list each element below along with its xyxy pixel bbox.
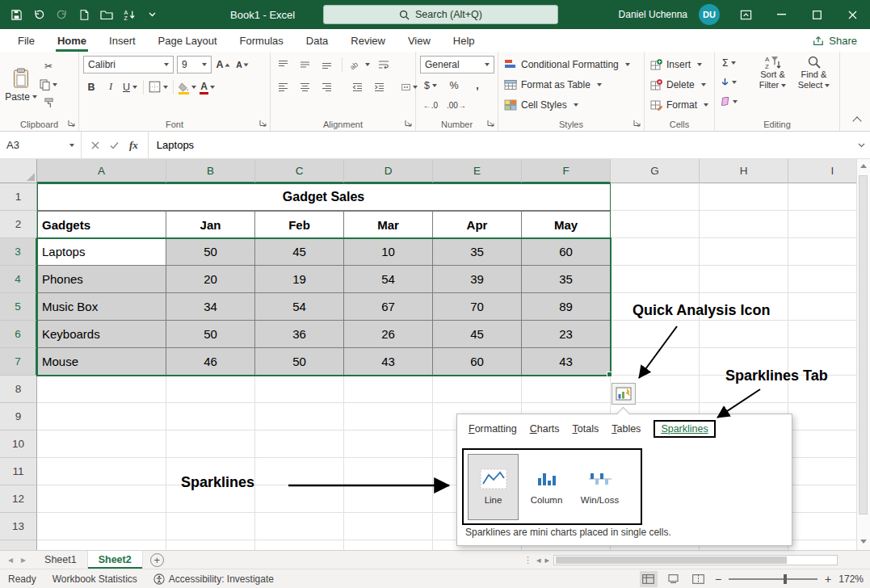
cell-H2[interactable] bbox=[700, 211, 788, 238]
qa-tab-formatting[interactable]: Formatting bbox=[469, 423, 517, 435]
cell-D3[interactable]: 10 bbox=[344, 238, 433, 266]
align-right-icon[interactable] bbox=[318, 78, 334, 95]
row-header-14[interactable] bbox=[0, 540, 37, 550]
cell-A6[interactable]: Keyboards bbox=[37, 321, 166, 348]
vertical-scroll-thumb[interactable] bbox=[859, 175, 868, 514]
cell-H3[interactable] bbox=[700, 238, 788, 266]
font-size-select[interactable]: 9 bbox=[177, 56, 212, 74]
format-cells-button[interactable]: Format bbox=[647, 94, 712, 115]
cell-I4[interactable] bbox=[788, 266, 856, 293]
customize-qat-chevron-icon[interactable] bbox=[145, 8, 158, 21]
cell-D14[interactable] bbox=[344, 540, 433, 550]
cell-D12[interactable] bbox=[344, 485, 433, 513]
cell-C9[interactable] bbox=[255, 403, 344, 430]
fill-button[interactable] bbox=[720, 74, 738, 90]
cell-B6[interactable]: 50 bbox=[166, 321, 255, 348]
row-header-9[interactable]: 9 bbox=[0, 403, 37, 430]
qa-option-win-loss[interactable]: Win/Loss bbox=[574, 454, 625, 520]
cell-A14[interactable] bbox=[37, 540, 166, 550]
cell-F5[interactable]: 89 bbox=[522, 293, 611, 321]
row-header-3[interactable]: 3 bbox=[0, 238, 37, 266]
close-button[interactable] bbox=[834, 0, 870, 29]
cell-B7[interactable]: 46 bbox=[166, 348, 255, 376]
cell-G3[interactable] bbox=[611, 238, 700, 266]
undo-icon[interactable] bbox=[32, 8, 45, 21]
user-name[interactable]: Daniel Uchenna bbox=[619, 9, 687, 20]
ribbon-tab-file[interactable]: File bbox=[6, 29, 46, 52]
normal-view-icon[interactable] bbox=[640, 571, 658, 587]
qa-tab-sparklines[interactable]: Sparklines bbox=[654, 420, 715, 438]
cell-A9[interactable] bbox=[37, 403, 166, 430]
qa-tab-tables[interactable]: Tables bbox=[612, 423, 641, 435]
row-header-10[interactable]: 10 bbox=[0, 430, 37, 458]
cell-H6[interactable] bbox=[700, 321, 788, 348]
insert-function-icon[interactable]: fx bbox=[129, 139, 138, 152]
row-header-13[interactable]: 13 bbox=[0, 513, 37, 540]
find-select-button[interactable]: Find & Select bbox=[795, 55, 833, 90]
cut-icon[interactable]: ✂ bbox=[40, 57, 57, 74]
row-header-4[interactable]: 4 bbox=[0, 266, 37, 293]
ribbon-tab-insert[interactable]: Insert bbox=[98, 29, 147, 52]
page-break-preview-icon[interactable] bbox=[690, 571, 708, 587]
cell-G7[interactable] bbox=[611, 348, 700, 376]
cell-F7[interactable]: 43 bbox=[522, 348, 611, 376]
ribbon-tab-home[interactable]: Home bbox=[46, 29, 98, 52]
cell-C11[interactable] bbox=[255, 458, 344, 485]
cell-I11[interactable] bbox=[788, 458, 856, 485]
cell-F8[interactable] bbox=[522, 376, 611, 403]
ribbon-tab-formulas[interactable]: Formulas bbox=[229, 29, 295, 52]
enter-check-icon[interactable] bbox=[110, 141, 119, 149]
collapse-ribbon-icon[interactable] bbox=[852, 116, 861, 125]
save-icon[interactable] bbox=[10, 8, 23, 21]
cell-C12[interactable] bbox=[255, 485, 344, 513]
cell-I1[interactable] bbox=[788, 183, 856, 211]
minimize-button[interactable] bbox=[763, 0, 799, 29]
cell-D2[interactable]: Mar bbox=[344, 211, 433, 238]
bold-button[interactable]: B bbox=[83, 78, 99, 95]
cell-G6[interactable] bbox=[611, 321, 700, 348]
row-header-5[interactable]: 5 bbox=[0, 293, 37, 321]
qa-tab-charts[interactable]: Charts bbox=[530, 423, 560, 435]
column-header-D[interactable]: D bbox=[344, 159, 433, 183]
merge-center-icon[interactable] bbox=[401, 78, 418, 95]
cell-E5[interactable]: 70 bbox=[433, 293, 522, 321]
cell-A3[interactable]: Laptops bbox=[37, 238, 166, 266]
cancel-icon[interactable] bbox=[91, 141, 99, 149]
cell-B9[interactable] bbox=[166, 403, 255, 430]
cell-D8[interactable] bbox=[344, 376, 433, 403]
cell-B5[interactable]: 34 bbox=[166, 293, 255, 321]
ribbon-tab-help[interactable]: Help bbox=[442, 29, 486, 52]
format-painter-icon[interactable] bbox=[40, 94, 57, 111]
cell-F6[interactable]: 23 bbox=[522, 321, 611, 348]
align-center-icon[interactable] bbox=[296, 78, 313, 95]
alignment-dialog-launcher-icon[interactable] bbox=[404, 119, 413, 128]
conditional-formatting-button[interactable]: Conditional Formatting bbox=[501, 54, 641, 74]
fill-handle[interactable] bbox=[607, 372, 612, 377]
workbook-statistics-button[interactable]: Workbook Statistics bbox=[53, 573, 137, 585]
sheet-nav-right-icon[interactable]: ▸ bbox=[21, 554, 26, 565]
cell-H4[interactable] bbox=[700, 266, 788, 293]
cell-B3[interactable]: 50 bbox=[166, 238, 255, 266]
hscroll-track[interactable] bbox=[553, 555, 838, 565]
comma-style-button[interactable]: , bbox=[469, 77, 485, 94]
formula-bar-content[interactable]: Laptops bbox=[148, 132, 852, 158]
zoom-slider-thumb[interactable] bbox=[784, 574, 787, 584]
cell-I9[interactable] bbox=[788, 403, 856, 430]
cell-B2[interactable]: Jan bbox=[166, 211, 255, 238]
hscroll-thumb[interactable] bbox=[556, 556, 787, 564]
insert-cells-button[interactable]: Insert bbox=[647, 54, 712, 74]
cell-E2[interactable]: Apr bbox=[433, 211, 522, 238]
cell-A4[interactable]: Phones bbox=[37, 266, 166, 293]
sort-az-icon[interactable]: AZ bbox=[123, 8, 136, 21]
ribbon-tab-data[interactable]: Data bbox=[295, 29, 339, 52]
cell-C8[interactable] bbox=[255, 376, 344, 403]
cell-D13[interactable] bbox=[344, 513, 433, 540]
cell-D5[interactable]: 67 bbox=[344, 293, 433, 321]
align-middle-icon[interactable] bbox=[296, 56, 313, 73]
cell-C10[interactable] bbox=[255, 430, 344, 458]
sort-filter-button[interactable]: AZ Sort & Filter bbox=[754, 55, 792, 90]
select-all-corner[interactable] bbox=[0, 159, 37, 183]
cell-F3[interactable]: 60 bbox=[522, 238, 611, 266]
wrap-text-icon[interactable] bbox=[376, 56, 392, 73]
row-header-8[interactable]: 8 bbox=[0, 376, 37, 403]
